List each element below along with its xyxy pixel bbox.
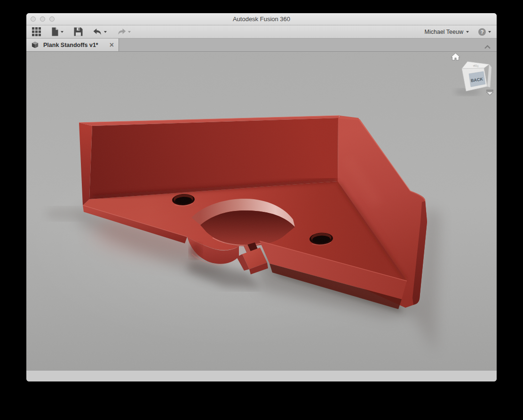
user-name: Michael Teeuw	[425, 29, 463, 35]
main-toolbar: Michael Teeuw ?	[26, 25, 497, 39]
document-tab-bar: Plank Standoffs v1* ×	[26, 39, 497, 52]
apps-grid-button[interactable]	[32, 27, 41, 36]
render-scene: TOP BACK	[26, 52, 497, 370]
redo-button[interactable]	[117, 28, 131, 35]
caret-down-icon	[128, 31, 131, 33]
apps-grid-icon	[32, 27, 41, 36]
tab-plank-standoffs[interactable]: Plank Standoffs v1* ×	[26, 39, 119, 51]
save-button[interactable]	[74, 27, 83, 36]
caret-down-icon	[466, 31, 469, 33]
close-window-button[interactable]	[31, 16, 36, 22]
undo-icon	[93, 28, 102, 35]
window-title: Autodesk Fusion 360	[233, 16, 290, 23]
undo-button[interactable]	[93, 28, 107, 35]
tab-title: Plank Standoffs v1*	[43, 42, 105, 48]
caret-down-icon	[61, 31, 63, 33]
chevron-up-icon	[484, 45, 491, 49]
caret-down-icon	[488, 31, 491, 33]
3d-viewport-canvas[interactable]: TOP BACK	[26, 52, 497, 370]
user-account-menu[interactable]: Michael Teeuw	[425, 29, 469, 35]
caret-down-icon	[104, 31, 107, 33]
cube-icon	[31, 41, 39, 49]
redo-icon	[117, 28, 126, 35]
status-bar	[26, 370, 497, 381]
help-icon: ?	[478, 28, 486, 36]
save-icon	[74, 27, 83, 36]
help-menu[interactable]: ?	[478, 28, 491, 36]
minimize-window-button[interactable]	[40, 16, 45, 22]
zoom-window-button[interactable]	[49, 16, 55, 22]
close-tab-icon[interactable]: ×	[110, 42, 114, 48]
window-controls	[31, 16, 55, 22]
new-file-button[interactable]	[51, 27, 63, 36]
new-file-icon	[51, 27, 59, 36]
app-window: Autodesk Fusion 360	[26, 13, 497, 381]
titlebar: Autodesk Fusion 360	[26, 13, 497, 25]
render-noise	[26, 52, 497, 370]
collapse-tab-bar-button[interactable]	[484, 43, 491, 51]
